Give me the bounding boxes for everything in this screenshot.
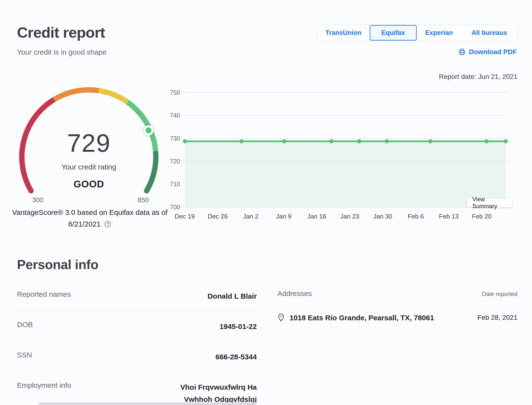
row-label: DOB (17, 321, 33, 329)
page-title: Credit report (17, 24, 105, 41)
row-reported-names: Reported names Donald L Blair (17, 281, 257, 312)
x-axis-labels: Dec 19 Dec 26 Jan 2 Jan 9 Jan 16 Jan 23 … (175, 213, 492, 220)
footnote-line1: VantageScore® 3.0 based on Equifax data … (10, 207, 170, 218)
tab-transunion[interactable]: TransUnion (317, 25, 370, 41)
svg-text:Dec 19: Dec 19 (175, 213, 195, 220)
svg-text:Jan 2: Jan 2 (243, 213, 258, 220)
download-pdf-label: Download PDF (469, 48, 517, 56)
line-chart: 750 740 730 720 710 700 (167, 85, 512, 223)
download-pdf-button[interactable]: Download PDF (458, 47, 517, 57)
svg-text:Jan 9: Jan 9 (276, 213, 291, 220)
row-value: Vhoi Frqvwuxfwlrq Ha Vwhhoh Odqgvfdslqj (180, 381, 257, 405)
credit-score-caption: Your credit rating (15, 163, 163, 171)
row-value: Donald L Blair (208, 290, 257, 302)
report-date: Report date: Jun 21, 2021 (374, 73, 517, 81)
address-text: 1018 Eats Rio Grande, Pearsall, TX, 7806… (290, 314, 434, 322)
location-pin-icon (277, 313, 285, 322)
svg-text:Dec 26: Dec 26 (208, 213, 228, 220)
credit-score-gauge: 729 Your credit rating GOOD 300 850 (15, 80, 165, 212)
row-value: 666-28-5344 (216, 351, 257, 363)
gauge-min-label: 300 (26, 196, 50, 204)
printer-icon (458, 48, 466, 56)
view-summary-button[interactable]: View Summary (467, 198, 512, 207)
addresses-heading: Addresses (277, 289, 312, 298)
tab-experian[interactable]: Experian (417, 25, 461, 41)
page-subtitle: Your credit is in good shape (17, 48, 107, 56)
row-label: Reported names (17, 290, 71, 298)
svg-text:750: 750 (170, 89, 180, 96)
gauge-segment-orange (54, 90, 99, 100)
addresses-header: Addresses Date reported (277, 289, 517, 298)
tab-all-bureaus[interactable]: All bureaus (461, 25, 517, 41)
row-label: SSN (17, 351, 32, 359)
svg-text:720: 720 (170, 158, 180, 165)
score-history-chart: 750 740 730 720 710 700 (167, 85, 512, 223)
row-value: 1945-01-22 (220, 321, 257, 333)
row-employment-info: Employment info Vhoi Frqvwuxfwlrq Ha Vwh… (17, 372, 257, 405)
svg-text:730: 730 (170, 135, 180, 142)
svg-text:700: 700 (170, 204, 180, 211)
row-dob: DOB 1945-01-22 (17, 312, 257, 342)
gauge-max-label: 850 (131, 196, 155, 204)
bureau-tabs: TransUnion Equifax Experian All bureaus (317, 25, 517, 41)
addresses-section: Addresses Date reported 1018 Eats Rio Gr… (277, 289, 517, 322)
date-reported-label: Date reported (482, 291, 517, 297)
personal-info-heading: Personal info (17, 257, 99, 272)
personal-info-list: Reported names Donald L Blair DOB 1945-0… (17, 281, 257, 405)
credit-report-page: Credit report Your credit is in good sha… (0, 0, 532, 405)
row-label: Employment info (17, 381, 71, 389)
row-ssn: SSN 666-28-5344 (17, 342, 257, 372)
credit-rating-badge: GOOD (15, 179, 163, 190)
svg-text:Feb 13: Feb 13 (439, 213, 459, 220)
svg-text:Jan 16: Jan 16 (307, 213, 326, 220)
svg-text:?: ? (107, 222, 109, 227)
svg-text:Feb 20: Feb 20 (472, 213, 492, 220)
address-row: 1018 Eats Rio Grande, Pearsall, TX, 7806… (277, 313, 517, 322)
help-icon[interactable]: ? (104, 220, 111, 228)
credit-score-value: 729 (15, 129, 163, 158)
footnote-line2: 6/21/2021 (68, 219, 100, 230)
svg-text:740: 740 (170, 112, 180, 119)
gauge-segment-yellow (99, 91, 127, 102)
svg-text:Feb 6: Feb 6 (408, 213, 424, 220)
tab-equifax[interactable]: Equifax (370, 25, 417, 41)
address-date-reported: Feb 28, 2021 (477, 313, 517, 321)
svg-text:Jan 23: Jan 23 (340, 213, 359, 220)
chart-area-fill (185, 141, 506, 207)
vantagescore-footnote: VantageScore® 3.0 based on Equifax data … (10, 207, 170, 230)
y-axis-labels: 750 740 730 720 710 700 (170, 89, 180, 211)
partially-visible-divider (39, 402, 256, 405)
svg-text:710: 710 (170, 181, 180, 187)
svg-text:Jan 30: Jan 30 (373, 213, 392, 220)
